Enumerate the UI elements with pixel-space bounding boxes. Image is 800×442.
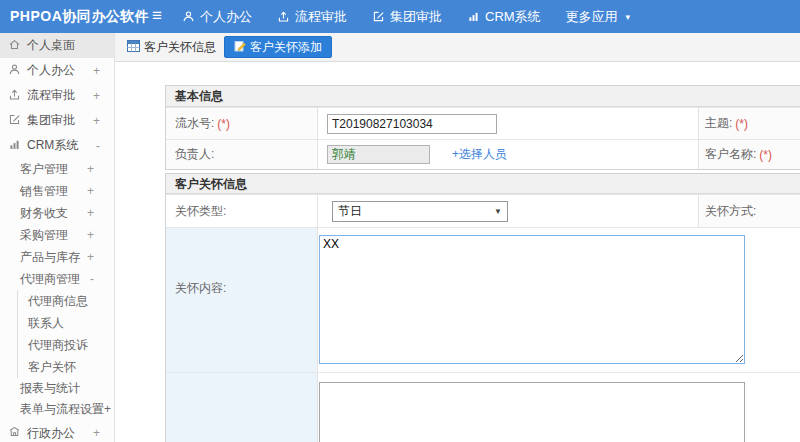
required-mark: (*)	[217, 117, 230, 131]
sidebar-item-label: 代理商投诉	[28, 337, 88, 354]
sidebar: 个人桌面 个人办公 + 流程审批 + 集团审批 + CRM系统 - 客户管理 +…	[0, 33, 115, 442]
sidebar-item-finance[interactable]: 财务收支 +	[0, 202, 114, 224]
sidebar-item-label: 表单与流程设置+	[20, 401, 111, 418]
care-extra-textarea[interactable]	[319, 382, 745, 442]
basic-info-section: 基本信息 流水号: (*) 主题: (*) 负责人:	[165, 85, 800, 170]
required-mark: (*)	[759, 148, 772, 162]
care-content-label: 关怀内容:	[175, 280, 226, 297]
nav-label: 个人办公	[200, 8, 252, 26]
sidebar-item-label: 报表与统计	[20, 380, 80, 397]
agent-submenu: 代理商信息 联系人 代理商投诉 客户关怀	[17, 290, 114, 378]
sidebar-item-admin-office[interactable]: 行政办公 +	[0, 420, 114, 442]
expand-sign: +	[87, 228, 94, 242]
sidebar-item-contacts[interactable]: 联系人	[18, 312, 114, 334]
select-caret-icon: ▼	[494, 207, 502, 216]
app-logo: PHPOA协同办公软件	[10, 8, 149, 26]
expand-sign: -	[90, 272, 94, 286]
nav-group-approval[interactable]: 集团审批	[372, 8, 442, 26]
edit-page-icon	[234, 40, 246, 55]
flow-upload-icon	[277, 10, 290, 23]
nav-crm-system[interactable]: CRM系统	[467, 8, 541, 26]
sidebar-item-form-flow-settings[interactable]: 表单与流程设置+	[0, 399, 114, 420]
care-content-textarea[interactable]: XX	[319, 235, 745, 364]
bar-chart-icon	[8, 138, 21, 154]
section-title-basic: 基本信息	[166, 86, 800, 107]
edit-square-icon	[372, 10, 385, 23]
section-title-care: 客户关怀信息	[166, 174, 800, 194]
sidebar-item-workflow-approval[interactable]: 流程审批 +	[0, 83, 114, 108]
subject-label: 主题:	[705, 115, 732, 132]
owner-row: 负责人: +选择人员 客户名称: (*)	[166, 139, 800, 169]
sidebar-item-label: 代理商管理	[20, 271, 80, 288]
serial-input[interactable]	[327, 114, 497, 134]
topbar: PHPOA协同办公软件 ≡ 个人办公 流程审批 集团审批 CRM系统 更多应用 …	[0, 0, 800, 33]
care-method-label: 关怀方式:	[705, 203, 756, 220]
care-extra-label-cell	[166, 373, 318, 442]
customer-label-cell: 客户名称: (*)	[699, 140, 800, 169]
expand-sign: -	[96, 139, 100, 153]
care-type-selected-value: 节日	[338, 203, 362, 220]
sidebar-item-label: 客户关怀	[28, 359, 76, 376]
nav-label: 集团审批	[390, 8, 442, 26]
care-type-label: 关怀类型:	[175, 203, 226, 220]
button-label: 客户关怀添加	[250, 39, 322, 56]
bar-chart-icon	[467, 10, 480, 23]
care-add-button[interactable]: 客户关怀添加	[224, 36, 332, 58]
table-icon	[127, 40, 140, 55]
care-content-row: 关怀内容: XX	[166, 227, 800, 372]
sidebar-item-label: 财务收支	[20, 205, 68, 222]
owner-label: 负责人:	[175, 146, 214, 163]
caret-down-icon: ▾	[626, 12, 631, 22]
sidebar-item-agent-mgmt[interactable]: 代理商管理 -	[0, 268, 114, 290]
expand-sign: +	[87, 184, 94, 198]
serial-label: 流水号:	[175, 115, 214, 132]
care-type-input-cell: 节日 ▼	[318, 195, 699, 227]
sidebar-item-sales-mgmt[interactable]: 销售管理 +	[0, 180, 114, 202]
serial-input-cell	[318, 108, 699, 139]
expand-sign: +	[93, 114, 100, 128]
expand-sign: +	[93, 426, 100, 440]
sidebar-item-crm-system[interactable]: CRM系统 -	[0, 133, 114, 158]
care-content-label-cell: 关怀内容:	[166, 228, 318, 372]
owner-input-cell: +选择人员	[318, 140, 699, 169]
sidebar-item-customer-care[interactable]: 客户关怀	[18, 356, 114, 378]
sidebar-item-agent-complaints[interactable]: 代理商投诉	[18, 334, 114, 356]
care-info-section: 客户关怀信息 关怀类型: 节日 ▼ 关怀方式: 关怀内容:	[165, 173, 800, 442]
tab-care-list[interactable]: 客户关怀信息	[127, 39, 216, 56]
sidebar-item-label: 个人办公	[27, 62, 75, 79]
flow-upload-icon	[8, 88, 21, 104]
sidebar-item-label: 代理商信息	[28, 293, 88, 310]
nav-label: 更多应用	[566, 8, 618, 26]
nav-workflow-approval[interactable]: 流程审批	[277, 8, 347, 26]
sidebar-item-label: 集团审批	[27, 112, 75, 129]
serial-label-cell: 流水号: (*)	[166, 108, 318, 139]
home-icon	[8, 38, 21, 54]
sidebar-item-products-inventory[interactable]: 产品与库存 +	[0, 246, 114, 268]
care-type-select[interactable]: 节日 ▼	[332, 201, 508, 222]
sidebar-item-group-approval[interactable]: 集团审批 +	[0, 108, 114, 133]
nav-personal-office[interactable]: 个人办公	[182, 8, 252, 26]
care-content-cell: XX	[318, 228, 800, 372]
sidebar-item-customer-mgmt[interactable]: 客户管理 +	[0, 158, 114, 180]
owner-input[interactable]	[327, 145, 430, 164]
sidebar-item-reports-stats[interactable]: 报表与统计	[0, 378, 114, 399]
select-person-link[interactable]: +选择人员	[452, 146, 507, 163]
sidebar-item-personal-desktop[interactable]: 个人桌面	[0, 33, 114, 58]
expand-sign: +	[93, 64, 100, 78]
sidebar-item-label: 联系人	[28, 315, 64, 332]
hamburger-menu-icon[interactable]: ≡	[152, 0, 162, 33]
nav-label: 流程审批	[295, 8, 347, 26]
expand-sign: +	[87, 162, 94, 176]
tab-strip: 客户关怀信息 客户关怀添加	[115, 33, 800, 62]
nav-label: CRM系统	[485, 8, 541, 26]
nav-more-apps[interactable]: 更多应用 ▾	[566, 8, 631, 26]
care-extra-row	[166, 372, 800, 442]
sidebar-item-agent-info[interactable]: 代理商信息	[18, 290, 114, 312]
sidebar-item-personal-office[interactable]: 个人办公 +	[0, 58, 114, 83]
sidebar-item-label: 采购管理	[20, 227, 68, 244]
expand-sign: +	[87, 250, 94, 264]
sidebar-item-purchasing[interactable]: 采购管理 +	[0, 224, 114, 246]
care-type-row: 关怀类型: 节日 ▼ 关怀方式:	[166, 194, 800, 227]
subject-label-cell: 主题: (*)	[699, 108, 800, 139]
care-extra-cell	[318, 373, 800, 442]
